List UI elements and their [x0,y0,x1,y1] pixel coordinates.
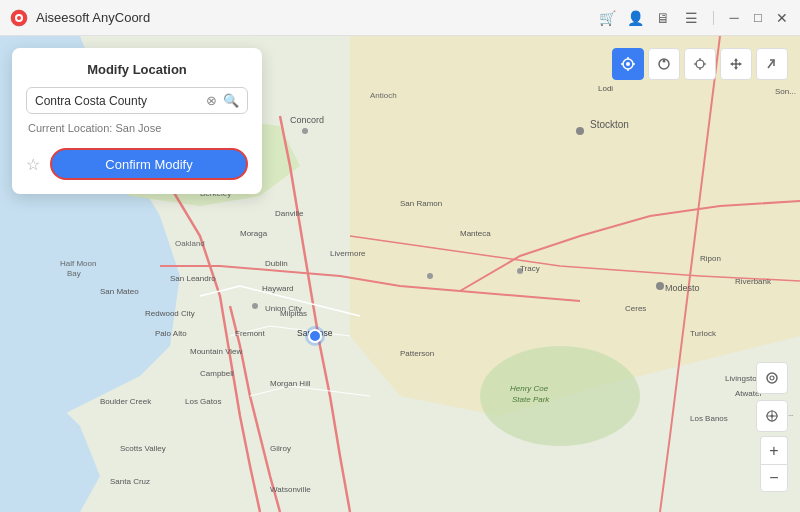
svg-text:San Ramon: San Ramon [400,199,442,208]
svg-text:Watsonville: Watsonville [270,485,311,494]
svg-point-16 [656,282,664,290]
svg-text:Son...: Son... [775,87,796,96]
gps-button[interactable] [756,400,788,432]
svg-text:Ceres: Ceres [625,304,646,313]
svg-text:Modesto: Modesto [665,283,700,293]
svg-text:Concord: Concord [290,115,324,125]
zoom-out-button[interactable]: − [760,464,788,492]
svg-text:Danville: Danville [275,209,304,218]
svg-text:Ripon: Ripon [700,254,721,263]
svg-text:Campbell: Campbell [200,369,234,378]
search-row: ⊗ 🔍 [26,87,248,114]
svg-point-13 [427,273,433,279]
move-button[interactable] [720,48,752,80]
export-button[interactable] [756,48,788,80]
svg-point-78 [767,373,777,383]
map-toolbar [612,48,788,80]
modify-location-panel: Modify Location ⊗ 🔍 Current Location: Sa… [12,48,262,194]
monitor-icon[interactable]: 🖥 [653,8,673,28]
current-location-label: Current Location: San Jose [26,122,248,134]
svg-text:Los Banos: Los Banos [690,414,728,423]
user-icon[interactable]: 👤 [625,8,645,28]
svg-text:State Park: State Park [512,395,550,404]
rotate-mode-button[interactable] [648,48,680,80]
svg-text:Stockton: Stockton [590,119,629,130]
svg-text:Bay: Bay [67,269,81,278]
svg-point-71 [663,60,666,63]
zoom-controls: + − [760,436,788,492]
favorite-button[interactable]: ☆ [26,155,40,174]
menu-icon[interactable]: ☰ [681,8,701,28]
svg-text:San Leandro: San Leandro [170,274,216,283]
svg-text:Lodi: Lodi [598,84,613,93]
svg-text:Mountain View: Mountain View [190,347,243,356]
zoom-in-button[interactable]: + [760,436,788,464]
svg-text:Hayward: Hayward [262,284,294,293]
app-title: Aiseesoft AnyCoord [36,10,597,25]
svg-text:Oakland: Oakland [175,239,205,248]
svg-text:Half Moon: Half Moon [60,259,96,268]
svg-text:Los Gatos: Los Gatos [185,397,221,406]
action-row: ☆ Confirm Modify [26,148,248,180]
svg-point-12 [576,127,584,135]
svg-text:Henry Coe: Henry Coe [510,384,549,393]
svg-text:Livermore: Livermore [330,249,366,258]
svg-point-15 [252,303,258,309]
svg-text:Santa Cruz: Santa Cruz [110,477,150,486]
svg-text:Riverbank: Riverbank [735,277,772,286]
svg-text:Moraga: Moraga [240,229,268,238]
svg-point-83 [771,415,774,418]
svg-text:Turlock: Turlock [690,329,717,338]
svg-text:Tracy: Tracy [520,264,540,273]
svg-text:Fremont: Fremont [235,329,266,338]
svg-point-79 [770,376,774,380]
svg-text:Milpitas: Milpitas [280,309,307,318]
close-button[interactable]: ✕ [774,10,790,26]
window-controls: 🛒 👤 🖥 ☰ ─ □ ✕ [597,8,790,28]
location-search-input[interactable] [35,94,200,108]
svg-point-2 [17,16,21,20]
svg-text:Boulder Creek: Boulder Creek [100,397,152,406]
app-logo-icon [10,9,28,27]
svg-text:Morgan Hill: Morgan Hill [270,379,311,388]
confirm-modify-button[interactable]: Confirm Modify [50,148,248,180]
map-pin [308,329,322,343]
svg-text:San Mateo: San Mateo [100,287,139,296]
svg-text:Dublin: Dublin [265,259,288,268]
titlebar: Aiseesoft AnyCoord 🛒 👤 🖥 ☰ ─ □ ✕ [0,0,800,36]
panel-title: Modify Location [26,62,248,77]
location-mode-button[interactable] [612,48,644,80]
svg-line-77 [768,60,774,68]
target-location-button[interactable] [756,362,788,394]
side-tools [756,362,788,432]
map-container: Stockton Concord Antioch Berkeley Oaklan… [0,36,800,512]
svg-point-65 [626,62,630,66]
svg-text:Gilroy: Gilroy [270,444,291,453]
svg-text:Patterson: Patterson [400,349,434,358]
svg-text:Manteca: Manteca [460,229,491,238]
svg-point-11 [302,128,308,134]
cart-icon[interactable]: 🛒 [597,8,617,28]
svg-text:Scotts Valley: Scotts Valley [120,444,166,453]
clear-search-icon[interactable]: ⊗ [206,93,217,108]
crosshair-button[interactable] [684,48,716,80]
svg-point-10 [480,346,640,446]
search-icon[interactable]: 🔍 [223,93,239,108]
svg-text:Redwood City: Redwood City [145,309,195,318]
svg-text:Antioch: Antioch [370,91,397,100]
maximize-button[interactable]: □ [750,10,766,26]
svg-text:Palo Alto: Palo Alto [155,329,187,338]
svg-point-72 [696,60,704,68]
minimize-button[interactable]: ─ [726,10,742,26]
